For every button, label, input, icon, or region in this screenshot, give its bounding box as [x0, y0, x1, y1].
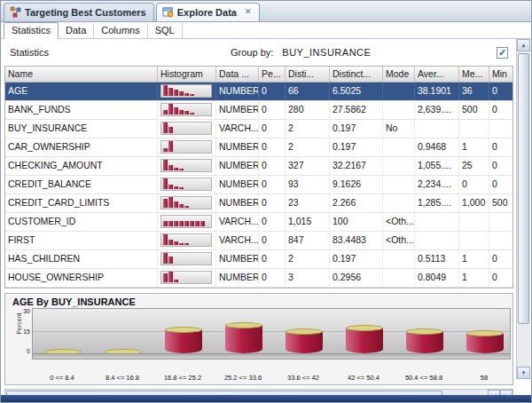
- column-header[interactable]: Histogram: [158, 67, 216, 82]
- mini-histogram: [160, 84, 212, 98]
- column-header[interactable]: Name: [5, 67, 158, 82]
- cell-data_type: NUMBER: [216, 138, 259, 156]
- subtab-sql[interactable]: SQL: [148, 23, 183, 38]
- group-by-label: Group by:: [231, 47, 273, 58]
- column-header[interactable]: Min: [489, 67, 513, 82]
- column-header[interactable]: Me...: [459, 67, 489, 82]
- table-row[interactable]: BANK_FUNDSNUMBER028027.58622,639....5000: [5, 101, 512, 120]
- table-header-row: NameHistogramData ...Pe...Disti...Distin…: [5, 67, 512, 83]
- histogram-cell: [158, 120, 216, 138]
- check-icon: ✓: [498, 48, 506, 57]
- column-header[interactable]: Disti...: [286, 67, 330, 82]
- chart-bar-slot: [93, 309, 153, 353]
- cell-median: 36: [459, 83, 489, 100]
- cell-min: 0: [489, 101, 513, 119]
- column-header[interactable]: Mode: [383, 67, 415, 82]
- cell-average: 2,639....: [415, 101, 459, 119]
- close-icon[interactable]: ✕: [245, 8, 252, 16]
- vertical-scrollbar[interactable]: ▲ ▼: [516, 39, 530, 379]
- cell-name: CAR_OWNERSHIP: [5, 138, 158, 156]
- table-row[interactable]: BUY_INSURANCEVARCH...020.197No: [5, 120, 512, 138]
- cell-distinct_pct: 27.5862: [330, 101, 383, 119]
- tab-explore-data[interactable]: Explore Data ✕: [156, 3, 260, 21]
- column-header[interactable]: Pe...: [259, 67, 286, 82]
- cell-average: 1,285....: [415, 194, 459, 212]
- cell-percent_null: 0: [259, 157, 286, 175]
- subtab-data[interactable]: Data: [59, 23, 94, 38]
- chart-bar-slot: [334, 309, 395, 353]
- x-tick-label: 58: [454, 374, 512, 384]
- cell-median: [459, 232, 489, 249]
- table-row[interactable]: CREDIT_BALANCENUMBER0939.16262,234....00: [5, 176, 512, 194]
- statistics-header: Statistics Group by: BUY_INSURANCE ✓: [4, 39, 513, 66]
- cell-distinct_pct: 83.4483: [330, 232, 383, 249]
- horizontal-scrollbar[interactable]: ◀ ▶: [4, 389, 513, 395]
- group-by-select[interactable]: BUY_INSURANCE: [282, 47, 371, 58]
- cell-percent_null: 0: [259, 83, 286, 100]
- histogram-cell: [158, 250, 216, 268]
- cell-distinct_pct: 100: [330, 213, 383, 231]
- chart-bar-top: [286, 328, 323, 335]
- cell-distinct_count: 2: [286, 120, 330, 138]
- subtab-columns[interactable]: Columns: [94, 23, 147, 38]
- vertical-scrollbar-track[interactable]: [517, 51, 530, 367]
- cell-percent_null: 0: [259, 250, 286, 268]
- chart-bar-top: [466, 330, 504, 336]
- cell-name: CHECKING_AMOUNT: [5, 157, 158, 175]
- cell-name: BANK_FUNDS: [5, 101, 158, 119]
- scroll-up-button[interactable]: ▲: [517, 39, 530, 51]
- cell-name: CREDIT_BALANCE: [5, 176, 158, 194]
- cell-distinct_count: 847: [286, 232, 330, 249]
- cell-median: [459, 120, 489, 138]
- cell-name: CREDIT_CARD_LIMITS: [5, 194, 158, 212]
- table-row[interactable]: AGENUMBER0666.502538.1901360: [5, 83, 512, 101]
- cell-percent_null: 0: [259, 194, 286, 212]
- cell-data_type: NUMBER: [216, 101, 259, 119]
- tab-targeting-best-customers[interactable]: Targeting Best Customers: [4, 3, 154, 21]
- table-row[interactable]: CREDIT_CARD_LIMITSNUMBER0232.2661,285...…: [5, 194, 512, 213]
- cell-distinct_count: 3: [286, 269, 330, 287]
- column-header[interactable]: Distinct...: [330, 67, 383, 82]
- y-tick-label: 30: [23, 308, 30, 314]
- cell-name: FIRST: [5, 232, 158, 249]
- cell-min: 0: [489, 250, 513, 268]
- cell-min: 0: [489, 83, 513, 100]
- column-header[interactable]: Data ...: [216, 67, 259, 82]
- cell-distinct_count: 93: [286, 176, 330, 194]
- cell-distinct_pct: 6.5025: [330, 83, 383, 100]
- column-header[interactable]: Aver...: [415, 67, 459, 82]
- cell-average: [415, 120, 459, 138]
- filter-checkbox[interactable]: ✓: [497, 47, 508, 59]
- cell-name: HOUSE_OWNERSHIP: [5, 269, 158, 287]
- cell-min: 0: [489, 157, 513, 175]
- histogram-cell: [158, 176, 216, 194]
- chart-bar-slot: [395, 309, 455, 353]
- cell-median: 1: [459, 138, 489, 156]
- histogram-cell: [158, 138, 216, 156]
- table-row[interactable]: HAS_CHILDRENNUMBER020.1970.511310: [5, 250, 512, 269]
- table-row[interactable]: CHECKING_AMOUNTNUMBER032732.21671,055...…: [5, 157, 512, 176]
- histogram-chart-panel: AGE By BUY_INSURANCE Percent 30150 0 <= …: [4, 293, 513, 385]
- cell-distinct_pct: 0.197: [330, 138, 383, 156]
- cell-min: [489, 120, 513, 138]
- vertical-scrollbar-thumb[interactable]: [518, 53, 529, 324]
- cell-average: [415, 232, 459, 249]
- chart-bar: [466, 333, 504, 353]
- table-row[interactable]: CUSTOMER_IDVARCH...01,015100<Oth...: [5, 213, 512, 232]
- cell-average: 0.9468: [415, 138, 459, 156]
- chart-bar-slot: [214, 309, 274, 353]
- cell-median: 1,000: [459, 194, 489, 212]
- table-row[interactable]: CAR_OWNERSHIPNUMBER020.1970.946810: [5, 138, 512, 157]
- scroll-down-button[interactable]: ▼: [517, 367, 530, 379]
- table-row[interactable]: HOUSE_OWNERSHIPNUMBER030.29560.804910: [5, 269, 512, 288]
- cell-average: 2,234....: [415, 176, 459, 194]
- cell-distinct_count: 23: [286, 194, 330, 212]
- up-arrow-icon: ▲: [521, 43, 527, 48]
- mini-histogram: [160, 215, 212, 228]
- chart-bar-top: [406, 328, 443, 335]
- mini-histogram: [160, 271, 212, 284]
- chart-bar-slot: [153, 309, 214, 353]
- cell-average: 38.1901: [415, 83, 459, 100]
- subtab-statistics[interactable]: Statistics: [4, 22, 59, 39]
- table-row[interactable]: FIRSTVARCH...084783.4483<Oth...: [5, 232, 512, 250]
